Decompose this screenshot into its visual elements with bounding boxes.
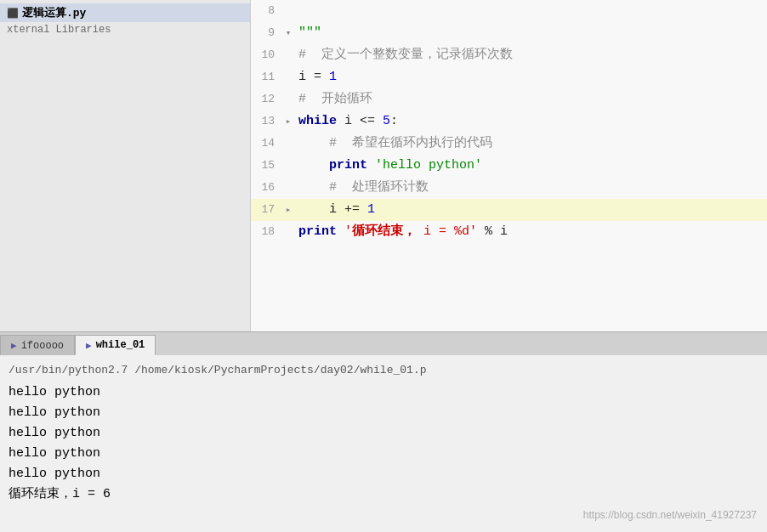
terminal-section: ▶ ifooooo ▶ while_01 /usr/bin/python2.7 … <box>0 331 767 532</box>
line-content-11: i = 1 <box>295 66 767 88</box>
tab-label-1: ifooooo <box>21 340 64 352</box>
output-line-1: hello python <box>9 382 758 403</box>
line-content-9: """ <box>295 22 767 44</box>
line-number-16: 16 <box>251 177 281 199</box>
code-line-14: 14 # 希望在循环内执行的代码 <box>251 133 767 155</box>
line-arrow-9: ▾ <box>281 22 295 44</box>
sidebar: ⬛ 逻辑运算.py xternal Libraries <box>0 0 251 331</box>
code-line-15: 15 print 'hello python' <box>251 155 767 177</box>
code-line-8: 8 <box>251 0 767 22</box>
code-panel: 8 9 ▾ """ 10 # 定义一个整数变量，记录循环次数 11 i = 1 <box>251 0 767 331</box>
line-number-9: 9 <box>251 22 281 44</box>
line-content-10: # 定义一个整数变量，记录循环次数 <box>295 44 767 66</box>
code-line-12: 12 # 开始循环 <box>251 88 767 110</box>
code-lines: 8 9 ▾ """ 10 # 定义一个整数变量，记录循环次数 11 i = 1 <box>251 0 767 243</box>
line-number-17: 17 <box>251 199 281 221</box>
code-line-16: 16 # 处理循环计数 <box>251 177 767 199</box>
line-content-18: print '循环结束， i = %d' % i <box>295 221 767 243</box>
output-line-3: hello python <box>9 423 758 444</box>
code-line-9: 9 ▾ """ <box>251 22 767 44</box>
python-file-icon: ⬛ <box>7 8 19 19</box>
editor-area: ⬛ 逻辑运算.py xternal Libraries 8 9 ▾ """ 10 <box>0 0 767 331</box>
line-content-14: # 希望在循环内执行的代码 <box>295 133 767 155</box>
active-filename: 逻辑运算.py <box>22 5 86 20</box>
tab-ifooooo[interactable]: ▶ ifooooo <box>0 335 75 355</box>
line-content-15: print 'hello python' <box>295 155 767 177</box>
line-arrow-17: ▸ <box>281 199 295 221</box>
code-line-13: 13 ▸ while i <= 5: <box>251 110 767 133</box>
line-number-18: 18 <box>251 221 281 243</box>
output-line-2: hello python <box>9 403 758 423</box>
tab-run-icon-2: ▶ <box>86 340 92 351</box>
line-content-17: i += 1 <box>295 199 767 221</box>
external-libraries: xternal Libraries <box>0 22 250 37</box>
line-number-15: 15 <box>251 155 281 177</box>
line-number-10: 10 <box>251 44 281 66</box>
line-number-11: 11 <box>251 66 281 88</box>
line-number-13: 13 <box>251 110 281 133</box>
line-arrow-13: ▸ <box>281 110 295 133</box>
sidebar-active-file[interactable]: ⬛ 逻辑运算.py <box>0 3 250 22</box>
terminal-tabs: ▶ ifooooo ▶ while_01 <box>0 331 767 355</box>
output-line-4: hello python <box>9 444 758 464</box>
line-content-12: # 开始循环 <box>295 88 767 110</box>
watermark: https://blog.csdn.net/weixin_41927237 <box>583 505 757 525</box>
code-line-18: 18 print '循环结束， i = %d' % i <box>251 221 767 243</box>
output-line-6: 循环结束，i = 6 <box>9 484 758 505</box>
terminal-path: /usr/bin/python2.7 /home/kiosk/PycharmPr… <box>9 360 758 381</box>
tab-label-2: while_01 <box>96 339 145 351</box>
tab-run-icon-1: ▶ <box>11 340 17 351</box>
code-line-11: 11 i = 1 <box>251 66 767 88</box>
terminal-output: /usr/bin/python2.7 /home/kiosk/PycharmPr… <box>0 355 767 532</box>
line-number-8: 8 <box>251 0 281 22</box>
output-line-5: hello python <box>9 464 758 484</box>
line-number-12: 12 <box>251 88 281 110</box>
line-content-16: # 处理循环计数 <box>295 177 767 199</box>
tab-while01[interactable]: ▶ while_01 <box>75 335 156 355</box>
line-content-13: while i <= 5: <box>295 110 767 133</box>
code-line-10: 10 # 定义一个整数变量，记录循环次数 <box>251 44 767 66</box>
line-number-14: 14 <box>251 133 281 155</box>
code-line-17: 17 ▸ i += 1 <box>251 199 767 221</box>
